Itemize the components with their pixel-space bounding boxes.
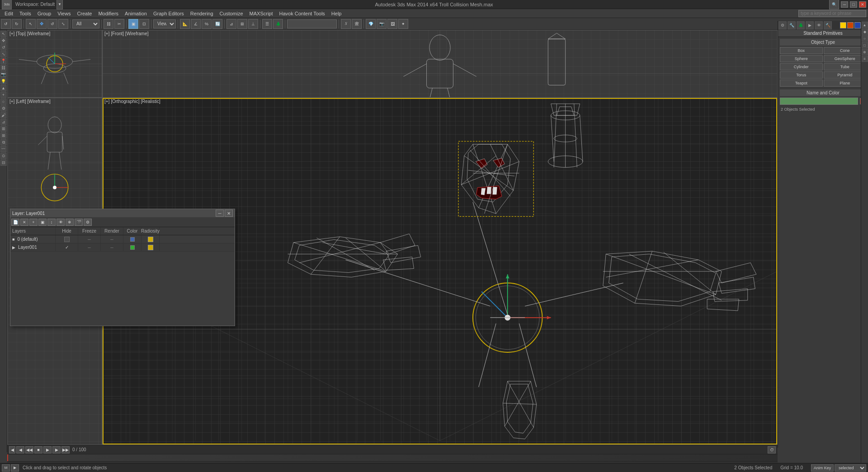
layer-default-radio[interactable] <box>142 235 160 243</box>
tab-utilities[interactable]: 🔨 <box>824 21 832 29</box>
layer001-render[interactable]: ─ <box>101 243 123 251</box>
status-selected-dropdown[interactable]: selected <box>835 464 866 472</box>
layer-dialog-minimize[interactable]: ─ <box>216 210 224 217</box>
color-swatch-blue[interactable] <box>854 22 861 28</box>
toolbar-undo[interactable]: ↺ <box>1 19 11 29</box>
viewport-top[interactable]: [+] [Top] [Wireframe] <box>7 30 102 98</box>
left-tool-camera[interactable]: 📷 <box>0 71 7 78</box>
layer-default-render[interactable]: ─ <box>101 235 123 243</box>
obj-cylinder[interactable]: Cylinder <box>780 63 823 70</box>
app-icon[interactable]: 3ds <box>2 0 12 9</box>
menu-edit[interactable]: Edit <box>2 10 16 17</box>
left-tool-scale[interactable]: ⤡ <box>0 51 7 57</box>
color-swatch-orange[interactable] <box>847 22 854 28</box>
right-icon-2[interactable]: ◆ <box>862 28 868 35</box>
layer001-color[interactable] <box>123 243 142 251</box>
menu-help[interactable]: Help <box>329 10 344 17</box>
btn-time-config[interactable]: ⏱ <box>768 446 776 453</box>
workspace-dropdown[interactable]: ▼ <box>57 0 63 9</box>
menu-views[interactable]: Views <box>55 10 73 17</box>
viewport-front[interactable]: [+] [Front] [Wireframe] <box>102 30 778 98</box>
right-icon-1[interactable]: ▲ <box>862 22 868 28</box>
status-mini-listen[interactable]: ▶ <box>11 464 19 472</box>
left-tool-array[interactable]: ⊞ <box>0 132 7 139</box>
left-tool-place[interactable]: 📍 <box>0 58 7 64</box>
search-input[interactable] <box>798 10 866 17</box>
left-tool-mirror[interactable]: ⊿ <box>0 119 7 125</box>
btn-next-frame[interactable]: ▶ <box>52 446 61 453</box>
toolbar-angle-snap[interactable]: ∠ <box>191 19 201 29</box>
layer-btn-new[interactable]: 📄 <box>11 219 19 226</box>
left-tool-systems[interactable]: ⚙ <box>0 105 7 112</box>
tab-hierarchy[interactable]: 🌲 <box>797 21 805 29</box>
timeline-track[interactable] <box>7 454 778 462</box>
menu-customize[interactable]: Customize <box>217 10 246 17</box>
layer-default-radio-btn[interactable] <box>148 237 153 242</box>
obj-plane[interactable]: Plane <box>824 79 867 87</box>
left-tool-paint[interactable]: 🖌 <box>0 112 7 118</box>
menu-maxscript[interactable]: MAXScript <box>247 10 276 17</box>
tab-create[interactable]: ⚙ <box>778 21 787 29</box>
toolbar-unlink[interactable]: ✂ <box>114 19 124 29</box>
layer001-radio[interactable] <box>142 243 160 251</box>
layer-default-hide[interactable] <box>56 235 78 243</box>
menu-animation[interactable]: Animation <box>122 10 150 17</box>
right-icon-3[interactable]: ○ <box>862 35 868 42</box>
tab-motion[interactable]: ▶ <box>806 21 814 29</box>
left-tool-quad[interactable]: ⊟ <box>0 159 7 166</box>
layer001-radio-btn[interactable] <box>148 245 153 250</box>
menu-graph-editors[interactable]: Graph Editors <box>151 10 187 17</box>
minimize-button[interactable]: ─ <box>841 1 848 8</box>
toolbar-move[interactable]: ✥ <box>37 19 47 29</box>
layer001-freeze[interactable]: ─ <box>78 243 101 251</box>
layer-default-hide-checkbox[interactable] <box>64 237 70 242</box>
toolbar-activeshade[interactable]: ✦ <box>398 19 408 29</box>
left-tool-wire[interactable]: 〰 <box>0 146 7 152</box>
menu-tools[interactable]: Tools <box>17 10 34 17</box>
toolbar-named-sel[interactable]: 𝑆 <box>341 19 351 29</box>
tab-display[interactable]: 👁 <box>815 21 823 29</box>
view-dropdown[interactable]: View <box>153 19 176 28</box>
toolbar-select[interactable]: ↖ <box>26 19 36 29</box>
color-swatch-yellow[interactable] <box>840 22 846 28</box>
obj-torus[interactable]: Torus <box>780 71 823 79</box>
toolbar-align[interactable]: ⊞ <box>237 19 247 29</box>
toolbar-render-setup[interactable]: 📷 <box>377 19 387 29</box>
toolbar-mirror[interactable]: ⊿ <box>226 19 236 29</box>
btn-key-mode[interactable]: ◀ <box>9 446 15 453</box>
menu-rendering[interactable]: Rendering <box>188 10 216 17</box>
toolbar-redo[interactable]: ↻ <box>12 19 22 29</box>
left-tool-rotate[interactable]: ↺ <box>0 44 7 51</box>
left-tool-clone[interactable]: ⧉ <box>0 139 7 145</box>
layer-btn-freeze-all[interactable]: ❄ <box>66 219 74 226</box>
search-icon-title[interactable]: 🔍 <box>829 0 839 9</box>
toolbar-render[interactable]: 🖼 <box>387 19 397 29</box>
obj-teapot[interactable]: Teapot <box>780 79 823 87</box>
toolbar-scale[interactable]: ⤡ <box>58 19 68 29</box>
tab-modify[interactable]: 🔧 <box>788 21 796 29</box>
layer-dialog-close[interactable]: ✕ <box>225 210 233 217</box>
status-maxscript-btn[interactable]: M <box>2 464 10 472</box>
menu-modifiers[interactable]: Modifiers <box>95 10 121 17</box>
filter-dropdown[interactable]: All <box>72 19 99 28</box>
status-anim-key[interactable]: Anim Key <box>811 464 834 472</box>
right-icon-5[interactable]: ⊕ <box>862 49 868 55</box>
layer-dialog-titlebar[interactable]: Layer: Layer001 ─ ✕ <box>10 209 235 217</box>
layer-btn-add-sel[interactable]: + <box>29 219 38 226</box>
layer-default-color[interactable] <box>123 235 142 243</box>
layer-btn-sel-objs[interactable]: ▣ <box>38 219 47 226</box>
toolbar-scene-explorer[interactable]: 🌲 <box>273 19 283 29</box>
toolbar-percent-snap[interactable]: % <box>202 19 212 29</box>
left-tool-move[interactable]: ✥ <box>0 37 7 44</box>
right-icon-6[interactable]: ≡ <box>862 56 868 62</box>
obj-geosphere[interactable]: GeoSphere <box>824 55 867 62</box>
obj-sphere[interactable]: Sphere <box>780 55 823 62</box>
layer001-hide[interactable]: ✓ <box>56 243 78 251</box>
obj-cone[interactable]: Cone <box>824 47 867 54</box>
menu-group[interactable]: Group <box>35 10 54 17</box>
layer-default-color-swatch[interactable] <box>130 237 135 242</box>
layer-btn-hide-all[interactable]: 👁 <box>57 219 65 226</box>
toolbar-spinner-snap[interactable]: 🔄 <box>212 19 222 29</box>
left-tool-align[interactable]: ⊞ <box>0 126 7 132</box>
left-tool-link[interactable]: ⛓ <box>0 65 7 71</box>
